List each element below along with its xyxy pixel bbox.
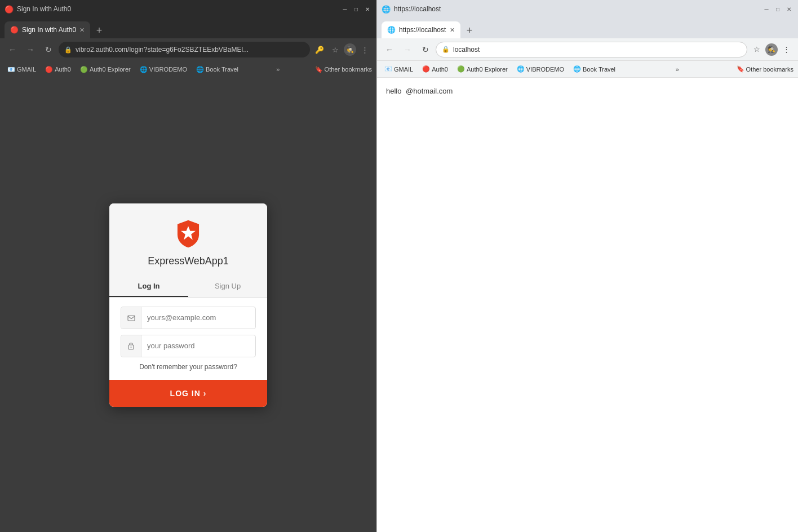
forward-button-right[interactable]: → bbox=[400, 42, 415, 57]
reload-button-right[interactable]: ↻ bbox=[418, 42, 433, 57]
email-input[interactable] bbox=[141, 313, 255, 322]
email-icon bbox=[121, 307, 141, 329]
back-button-left[interactable]: ← bbox=[5, 42, 20, 57]
browser-window-right: 🌐 https://localhost ─ □ ✕ 🌐 https://loca… bbox=[376, 0, 798, 532]
auth0explorer-favicon-left: 🟢 bbox=[80, 66, 88, 73]
bookmarks-bar-right: 📧 GMAIL 🔴 Auth0 🟢 Auth0 Explorer 🌐 VIBRO… bbox=[377, 61, 798, 78]
forward-button-left[interactable]: → bbox=[23, 42, 38, 57]
auth0explorer-label-right: Auth0 Explorer bbox=[467, 66, 508, 73]
other-bookmarks-label-right: Other bookmarks bbox=[746, 66, 793, 73]
title-bar-right: 🌐 https://localhost ─ □ ✕ bbox=[377, 0, 798, 18]
minimize-button-right[interactable]: ─ bbox=[762, 5, 771, 14]
card-header: ExpressWebApp1 bbox=[109, 203, 267, 276]
login-button[interactable]: LOG IN › bbox=[109, 380, 267, 407]
tab-close-right[interactable]: ✕ bbox=[450, 26, 455, 34]
maximize-button-left[interactable]: □ bbox=[352, 5, 361, 14]
other-bookmarks-left[interactable]: 🔖 Other bookmarks bbox=[315, 66, 372, 73]
bookmark-gmail-right[interactable]: 📧 GMAIL bbox=[382, 64, 416, 74]
login-card: ExpressWebApp1 Log In Sign Up bbox=[109, 203, 267, 407]
tab-favicon-left: 🔴 bbox=[5, 5, 14, 14]
back-button-right[interactable]: ← bbox=[382, 42, 397, 57]
booktravel-label-left: Book Travel bbox=[206, 66, 238, 73]
tab-bar-right: 🌐 https://localhost ✕ + bbox=[377, 18, 798, 38]
forgot-password-link[interactable]: Don't remember your password? bbox=[121, 363, 256, 371]
card-body: Don't remember your password? bbox=[109, 298, 267, 380]
nav-icons-left: 🔑 ☆ 🕵 ⋮ bbox=[312, 42, 372, 57]
close-button-right[interactable]: ✕ bbox=[784, 5, 793, 14]
tab-close-left[interactable]: ✕ bbox=[79, 26, 85, 34]
menu-icon-left[interactable]: ⋮ bbox=[357, 42, 372, 57]
bookmark-vibrodemo-left[interactable]: 🌐 VIBRODEMO bbox=[137, 65, 190, 74]
tab-title-left: Sign In with Auth0 bbox=[17, 5, 337, 13]
auth0-favicon-left: 🔴 bbox=[45, 66, 53, 73]
tab-label-right: https://localhost bbox=[399, 26, 446, 34]
auth0-label-right: Auth0 bbox=[432, 66, 448, 73]
gmail-label-right: GMAIL bbox=[394, 66, 413, 73]
lock-icon-card bbox=[121, 335, 141, 357]
tab-signup[interactable]: Sign Up bbox=[188, 276, 267, 297]
gmail-label-left: GMAIL bbox=[17, 66, 36, 73]
tab-favicon-icon-left: 🔴 bbox=[10, 26, 19, 34]
booktravel-label-right: Book Travel bbox=[583, 66, 615, 73]
bookmarks-bar-left: 📧 GMAIL 🔴 Auth0 🟢 Auth0 Explorer 🌐 VIBRO… bbox=[0, 61, 376, 78]
bookmark-booktravel-right[interactable]: 🌐 Book Travel bbox=[570, 64, 618, 74]
tab-login[interactable]: Log In bbox=[109, 276, 188, 297]
star-icon-left[interactable]: ☆ bbox=[328, 42, 343, 57]
auth0-label-left: Auth0 bbox=[55, 66, 71, 73]
nav-bar-right: ← → ↻ 🔒 localhost ☆ 🕵 ⋮ bbox=[377, 38, 798, 61]
menu-icon-right[interactable]: ⋮ bbox=[779, 42, 793, 57]
password-input[interactable] bbox=[141, 342, 255, 350]
lock-icon-left: 🔒 bbox=[64, 46, 72, 54]
booktravel-favicon-left: 🌐 bbox=[196, 66, 204, 73]
bookmark-vibrodemo-right[interactable]: 🌐 VIBRODEMO bbox=[514, 64, 567, 74]
tab-title-right: https://localhost bbox=[394, 5, 759, 13]
incognito-icon-left: 🕵 bbox=[344, 43, 356, 56]
bookmark-auth0-left[interactable]: 🔴 Auth0 bbox=[42, 65, 74, 74]
bookmark-booktravel-left[interactable]: 🌐 Book Travel bbox=[193, 65, 241, 74]
bookmarks-more-right[interactable]: » bbox=[676, 66, 679, 73]
address-bar-right[interactable]: 🔒 localhost bbox=[436, 42, 747, 57]
reload-button-left[interactable]: ↻ bbox=[41, 42, 56, 57]
tab-bar-left: 🔴 Sign In with Auth0 ✕ + bbox=[0, 18, 376, 38]
password-input-group bbox=[121, 335, 256, 357]
email-display: @hotmail.com bbox=[406, 87, 453, 95]
gmail-favicon-left: 📧 bbox=[7, 66, 15, 73]
email-input-group bbox=[121, 307, 256, 329]
window-controls-right: ─ □ ✕ bbox=[762, 5, 793, 14]
new-tab-button-left[interactable]: + bbox=[91, 23, 107, 38]
bookmark-auth0explorer-left[interactable]: 🟢 Auth0 Explorer bbox=[77, 65, 134, 74]
bookmark-gmail-left[interactable]: 📧 GMAIL bbox=[5, 65, 39, 74]
close-button-left[interactable]: ✕ bbox=[363, 5, 372, 14]
nav-bar-left: ← → ↻ 🔒 vibro2.auth0.com/login?state=g6F… bbox=[0, 38, 376, 61]
bookmarks-more-left[interactable]: » bbox=[276, 66, 280, 73]
incognito-icon-right: 🕵 bbox=[765, 43, 778, 56]
nav-icons-right: ☆ 🕵 ⋮ bbox=[750, 42, 793, 57]
tab-label-left: Sign In with Auth0 bbox=[22, 26, 76, 34]
tab-favicon-right: 🌐 bbox=[382, 5, 391, 14]
address-bar-left[interactable]: 🔒 vibro2.auth0.com/login?state=g6Fo2SBZT… bbox=[59, 42, 310, 57]
maximize-button-right[interactable]: □ bbox=[773, 5, 782, 14]
vibrodemo-label-right: VIBRODEMO bbox=[526, 66, 564, 73]
other-bookmarks-right[interactable]: 🔖 Other bookmarks bbox=[737, 65, 793, 73]
bookmark-folder-icon-right: 🔖 bbox=[737, 65, 744, 73]
title-bar-left: 🔴 Sign In with Auth0 ─ □ ✕ bbox=[0, 0, 376, 18]
login-button-label: LOG IN › bbox=[170, 389, 207, 398]
browser-window-left: 🔴 Sign In with Auth0 ─ □ ✕ 🔴 Sign In wit… bbox=[0, 0, 376, 532]
bookmark-folder-icon-left: 🔖 bbox=[315, 66, 323, 73]
new-tab-button-right[interactable]: + bbox=[462, 23, 477, 38]
star-icon-right[interactable]: ☆ bbox=[750, 42, 764, 57]
key-icon-left[interactable]: 🔑 bbox=[312, 42, 327, 57]
bookmark-auth0-right[interactable]: 🔴 Auth0 bbox=[419, 64, 451, 74]
tab-left-active[interactable]: 🔴 Sign In with Auth0 ✕ bbox=[5, 21, 90, 38]
window-controls-left: ─ □ ✕ bbox=[340, 5, 372, 14]
tab-favicon-icon-right: 🌐 bbox=[387, 26, 396, 34]
vibrodemo-favicon-left: 🌐 bbox=[140, 66, 148, 73]
minimize-button-left[interactable]: ─ bbox=[340, 5, 349, 14]
svg-rect-1 bbox=[128, 316, 135, 321]
hello-label: hello bbox=[386, 87, 401, 95]
auth0-favicon-right: 🔴 bbox=[422, 65, 430, 73]
card-app-name: ExpressWebApp1 bbox=[148, 255, 229, 267]
auth0explorer-favicon-right: 🟢 bbox=[457, 65, 465, 73]
tab-right-active[interactable]: 🌐 https://localhost ✕ bbox=[382, 21, 460, 38]
bookmark-auth0explorer-right[interactable]: 🟢 Auth0 Explorer bbox=[454, 64, 511, 74]
